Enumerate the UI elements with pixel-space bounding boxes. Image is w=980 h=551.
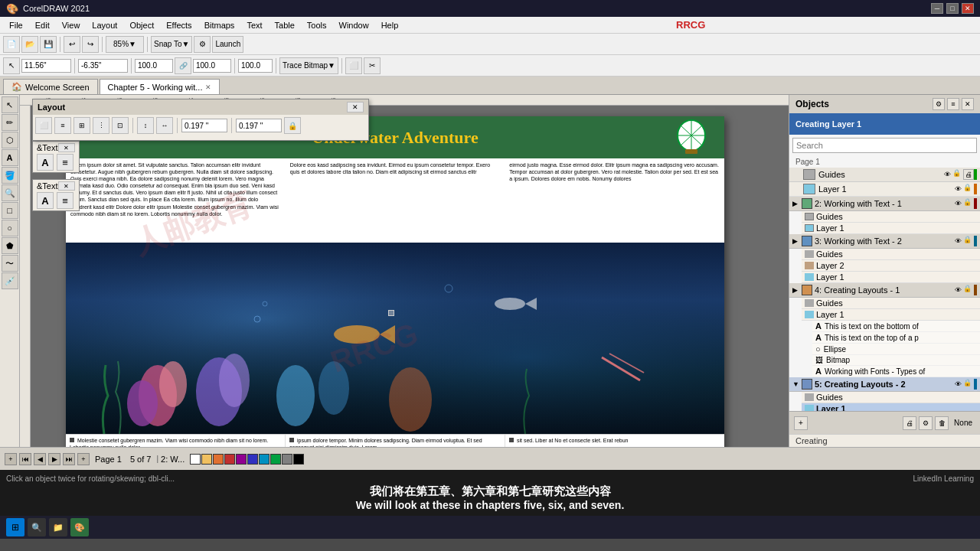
- menu-view[interactable]: View: [56, 19, 87, 31]
- menu-help[interactable]: Help: [375, 19, 405, 31]
- swatch-black[interactable]: [293, 454, 304, 465]
- swatch-green[interactable]: [270, 454, 281, 465]
- menu-window[interactable]: Window: [333, 19, 375, 31]
- panel-btn-2[interactable]: ⚙: [919, 416, 933, 430]
- undo-button[interactable]: ↩: [64, 36, 80, 53]
- trace-bitmap-button[interactable]: Trace Bitmap▼: [279, 57, 338, 74]
- transform-button[interactable]: ⬜: [345, 57, 362, 74]
- sub-layer1-3[interactable]: Layer 1: [802, 309, 980, 321]
- swatch-gray[interactable]: [282, 454, 292, 465]
- save-button[interactable]: 💾: [40, 36, 57, 53]
- text-btn-a[interactable]: A: [37, 154, 54, 171]
- sub-guides-1[interactable]: Guides: [802, 211, 980, 223]
- swatch-purple[interactable]: [236, 454, 247, 465]
- lock-icon[interactable]: 🔒: [952, 169, 963, 180]
- panel-btn-3[interactable]: 🗑: [935, 416, 949, 430]
- group-eye-4[interactable]: 👁: [952, 379, 963, 390]
- swatch-red[interactable]: [224, 454, 235, 465]
- text-panel-1-close[interactable]: ✕: [58, 143, 75, 152]
- height-input[interactable]: [193, 59, 231, 73]
- polygon-tool[interactable]: ⬟: [2, 237, 18, 254]
- layout-btn-align[interactable]: ↕: [137, 117, 154, 134]
- pointer-tool[interactable]: ↖: [3, 57, 20, 74]
- crop-button[interactable]: ✂: [364, 57, 381, 74]
- menu-bitmaps[interactable]: Bitmaps: [198, 19, 241, 31]
- eye-icon[interactable]: 👁: [942, 169, 952, 180]
- menu-edit[interactable]: Edit: [29, 19, 56, 31]
- width-input[interactable]: [135, 59, 173, 73]
- text-btn2-paragraph[interactable]: ≡: [57, 192, 74, 209]
- layer-item-text-top[interactable]: A This is text on the top of a p: [812, 332, 980, 344]
- add-page-btn[interactable]: +: [5, 453, 17, 465]
- taskbar-explorer[interactable]: 📁: [49, 518, 67, 536]
- menu-text[interactable]: Text: [240, 19, 268, 31]
- panel-settings-icon[interactable]: ⚙: [933, 98, 945, 110]
- ellipse-tool[interactable]: ○: [2, 220, 18, 236]
- group-lock-1[interactable]: 🔒: [963, 198, 974, 209]
- select-tool[interactable]: ↖: [2, 96, 18, 113]
- layer-item-text-bottom[interactable]: A This is text on the bottom of: [812, 321, 980, 332]
- swatch-yellow[interactable]: [201, 454, 212, 465]
- group-working-text-2-header[interactable]: ▶ 3: Working with Text - 2 👁 🔒: [789, 234, 980, 249]
- add-layer-btn[interactable]: +: [794, 416, 808, 430]
- zoom-tool[interactable]: 🔍: [2, 184, 18, 201]
- x-coord-input[interactable]: [21, 59, 71, 73]
- group-eye-3[interactable]: 👁: [952, 285, 963, 295]
- settings-button[interactable]: ⚙: [194, 36, 211, 53]
- nav-first-btn[interactable]: ⏮: [19, 453, 31, 465]
- layout-btn-5[interactable]: ⊡: [112, 117, 129, 134]
- launch-button[interactable]: Launch: [212, 36, 243, 53]
- layout-btn-1[interactable]: ⬜: [35, 117, 52, 134]
- layer-item-ellipse[interactable]: ○ Ellipse: [812, 344, 980, 355]
- layout-btn-3[interactable]: ⊞: [74, 117, 90, 134]
- sub-guides-3[interactable]: Guides: [802, 298, 980, 309]
- layer-item-bitmap[interactable]: 🖼 Bitmap: [812, 355, 980, 366]
- tab-chapter5[interactable]: Chapter 5 - Working wit... ✕: [100, 79, 220, 94]
- menu-tools[interactable]: Tools: [301, 19, 333, 31]
- text-panel-2-close[interactable]: ✕: [58, 181, 75, 191]
- group-creating-1-header[interactable]: ▶ 4: Creating Layouts - 1 👁 🔒: [789, 283, 980, 298]
- fill-tool[interactable]: 🪣: [2, 167, 18, 184]
- group-eye-1[interactable]: 👁: [952, 198, 963, 209]
- lock-icon-2[interactable]: 🔒: [963, 184, 974, 194]
- group-lock-4[interactable]: 🔒: [963, 379, 974, 390]
- group-lock-2[interactable]: 🔒: [963, 236, 974, 246]
- nav-prev-btn[interactable]: ◀: [34, 453, 46, 465]
- group-lock-3[interactable]: 🔒: [963, 285, 974, 295]
- layout-y-input[interactable]: [236, 119, 282, 132]
- menu-table[interactable]: Table: [269, 19, 301, 31]
- sub-layer1-1[interactable]: Layer 1: [802, 223, 980, 234]
- freehand-tool[interactable]: ✏: [2, 114, 18, 131]
- open-button[interactable]: 📂: [21, 36, 38, 53]
- swatch-orange[interactable]: [213, 454, 224, 465]
- new-button[interactable]: 📄: [3, 36, 20, 53]
- nav-add-btn2[interactable]: +: [77, 453, 90, 465]
- eye-icon-2[interactable]: 👁: [952, 184, 963, 194]
- rectangle-tool[interactable]: □: [2, 202, 18, 219]
- layout-btn-4[interactable]: ⋮: [93, 117, 109, 134]
- group-eye-2[interactable]: 👁: [952, 236, 963, 246]
- menu-layout[interactable]: Layout: [86, 19, 123, 31]
- text-btn-paragraph[interactable]: ≡: [57, 154, 74, 171]
- swatch-teal[interactable]: [259, 454, 270, 465]
- tree-layer1-top[interactable]: Layer 1 👁 🔒: [789, 182, 980, 197]
- objects-search-input[interactable]: [792, 138, 977, 153]
- tree-guides-top[interactable]: Guides 👁 🔒 🖨: [789, 168, 980, 182]
- menu-file[interactable]: File: [3, 19, 29, 31]
- group-creating-2-header[interactable]: ▼ 5: Creating Layouts - 2 👁 🔒: [789, 377, 980, 392]
- sub-layer1-4[interactable]: Layer 1: [802, 403, 980, 411]
- redo-button[interactable]: ↪: [82, 36, 99, 53]
- menu-effects[interactable]: Effects: [160, 19, 198, 31]
- tab-welcome[interactable]: 🏠 Welcome Screen: [3, 79, 98, 94]
- layout-btn-2[interactable]: ≡: [54, 117, 71, 134]
- zoom-level[interactable]: 85% ▼: [106, 36, 144, 53]
- windows-start-btn[interactable]: ⊞: [6, 518, 24, 536]
- text-btn2-a[interactable]: A: [37, 192, 54, 209]
- group-working-text-1-header[interactable]: ▶ 2: Working with Text - 1 👁 🔒: [789, 197, 980, 211]
- sub-layer1-2[interactable]: Layer 1: [802, 272, 980, 283]
- nav-last-btn[interactable]: ⏭: [63, 453, 75, 465]
- minimize-button[interactable]: ─: [931, 3, 943, 14]
- lock-ratio-button[interactable]: 🔗: [175, 57, 191, 74]
- angle-input[interactable]: [238, 59, 273, 73]
- print-icon[interactable]: 🖨: [963, 169, 974, 180]
